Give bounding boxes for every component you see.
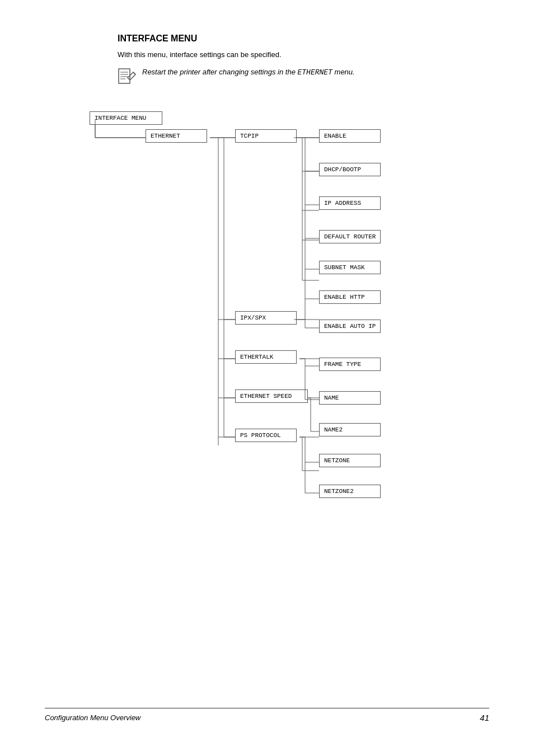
enable-node: ENABLE — [319, 129, 381, 143]
tcpip-node: TCPIP — [235, 129, 297, 143]
name-node: NAME — [319, 391, 381, 405]
ethernet-box: ETHERNET — [146, 129, 207, 143]
footer: Configuration Menu Overview 41 — [45, 708, 489, 722]
default-router-box: DEFAULT ROUTER — [319, 230, 381, 243]
netzone-node: NETZONE — [319, 454, 381, 467]
ethernet-speed-node: ETHERNET SPEED — [235, 389, 308, 403]
page-container: INTERFACE MENU With this menu, interface… — [0, 0, 534, 756]
dhcp-bootp-node: DHCP/BOOTP — [319, 163, 381, 176]
note-row: Restart the printer after changing setti… — [118, 68, 489, 84]
root-box: INTERFACE MENU — [90, 111, 162, 125]
note-icon — [118, 68, 138, 84]
ip-address-box: IP ADDRESS — [319, 196, 381, 210]
enable-auto-ip-box: ENABLE AUTO IP — [319, 320, 381, 333]
enable-box: ENABLE — [319, 129, 381, 143]
name-box: NAME — [319, 391, 381, 405]
svg-line-6 — [133, 72, 135, 74]
root-node: INTERFACE MENU — [90, 111, 162, 125]
enable-auto-ip-node: ENABLE AUTO IP — [319, 320, 381, 333]
netzone2-box: NETZONE2 — [319, 485, 381, 498]
subnet-mask-box: SUBNET MASK — [319, 261, 381, 274]
svg-rect-0 — [119, 69, 130, 83]
tree-lines — [90, 101, 470, 504]
name2-box: NAME2 — [319, 423, 381, 436]
ethertalk-node: ETHERTALK — [235, 350, 297, 364]
svg-line-51 — [305, 320, 319, 366]
netzone2-node: NETZONE2 — [319, 485, 381, 498]
default-router-node: DEFAULT ROUTER — [319, 230, 381, 243]
ethernet-speed-box: ETHERNET SPEED — [235, 389, 308, 403]
frame-type-node: FRAME TYPE — [319, 358, 381, 371]
ps-protocol-node: PS PROTOCOL — [235, 429, 297, 442]
footer-left: Configuration Menu Overview — [45, 713, 140, 722]
frame-type-box: FRAME TYPE — [319, 358, 381, 371]
ipx-spx-node: IPX/SPX — [235, 311, 297, 325]
ipx-spx-box: IPX/SPX — [235, 311, 297, 325]
tree-container: INTERFACE MENU ETHERNET TCPIP IPX/SPX ET… — [78, 101, 489, 504]
ethernet-node: ETHERNET — [146, 129, 207, 143]
ethertalk-box: ETHERTALK — [235, 350, 297, 364]
enable-http-node: ENABLE HTTP — [319, 290, 381, 304]
name2-node: NAME2 — [319, 423, 381, 436]
footer-right: 41 — [480, 713, 489, 722]
ip-address-node: IP ADDRESS — [319, 196, 381, 210]
netzone-box: NETZONE — [319, 454, 381, 467]
section-title: INTERFACE MENU — [118, 34, 489, 44]
note-text: Restart the printer after changing setti… — [142, 68, 355, 77]
tcpip-box: TCPIP — [235, 129, 297, 143]
subnet-mask-node: SUBNET MASK — [319, 261, 381, 274]
enable-http-box: ENABLE HTTP — [319, 290, 381, 304]
description: With this menu, interface settings can b… — [118, 50, 489, 59]
tree-area: INTERFACE MENU ETHERNET TCPIP IPX/SPX ET… — [90, 101, 470, 504]
dhcp-bootp-box: DHCP/BOOTP — [319, 163, 381, 176]
ps-protocol-box: PS PROTOCOL — [235, 429, 297, 442]
